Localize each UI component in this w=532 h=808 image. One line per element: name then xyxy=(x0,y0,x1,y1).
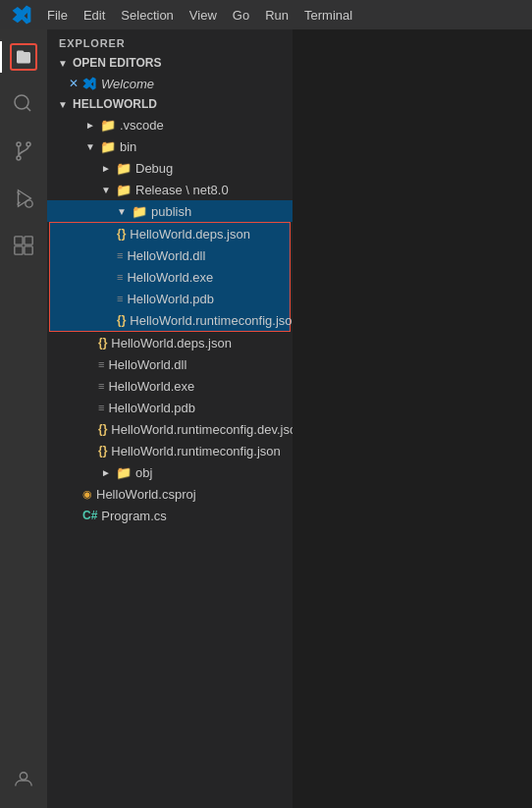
pdb-icon-1: ≡ xyxy=(117,293,123,304)
app-body: EXPLORER ▼ OPEN EDITORS ✕ Welcome ▼ HELL… xyxy=(0,29,532,808)
svg-point-3 xyxy=(26,200,32,207)
obj-chevron: ► xyxy=(98,464,114,480)
folder-obj[interactable]: ► 📁 obj xyxy=(47,461,293,483)
svg-rect-6 xyxy=(15,237,23,244)
bin-chevron: ▼ xyxy=(82,138,98,154)
net8-exe-label: HelloWorld.exe xyxy=(108,379,194,394)
csproj-label: HelloWorld.csproj xyxy=(96,487,196,502)
close-icon[interactable]: ✕ xyxy=(69,77,79,90)
svg-point-10 xyxy=(20,773,27,780)
welcome-label: Welcome xyxy=(101,77,154,91)
folder-debug[interactable]: ► 📁 Debug xyxy=(47,157,293,179)
vscode-chevron: ► xyxy=(82,117,98,133)
helloworld-chevron: ▼ xyxy=(55,96,71,112)
explorer-icon-box xyxy=(10,43,37,71)
file-net8-runtimeconfig[interactable]: {} HelloWorld.runtimeconfig.json xyxy=(47,440,293,461)
folder-icon-debug: 📁 xyxy=(116,161,132,176)
svg-rect-8 xyxy=(15,246,23,254)
publish-children-group: {} HelloWorld.deps.json ≡ HelloWorld.dll… xyxy=(49,222,291,332)
file-net8-pdb[interactable]: ≡ HelloWorld.pdb xyxy=(47,397,293,418)
publish-label: publish xyxy=(151,204,191,219)
folder-publish[interactable]: ▼ 📁 publish xyxy=(47,200,293,222)
pdb-icon-2: ≡ xyxy=(98,402,104,413)
open-editor-welcome[interactable]: ✕ Welcome xyxy=(47,73,293,94)
folder-icon-release: 📁 xyxy=(116,183,132,197)
helloworld-header[interactable]: ▼ HELLOWORLD xyxy=(47,94,293,114)
menu-go[interactable]: Go xyxy=(225,6,257,25)
json-icon-4: {} xyxy=(98,422,107,436)
dll-icon-1: ≡ xyxy=(117,249,123,261)
editor-area xyxy=(293,29,532,808)
svg-rect-9 xyxy=(25,246,32,254)
release-chevron: ▼ xyxy=(98,182,114,197)
folder-icon: 📁 xyxy=(100,118,116,133)
release-label: Release \ net8.0 xyxy=(135,183,229,197)
vscode-icon xyxy=(82,77,96,90)
folder-icon-obj: 📁 xyxy=(116,465,132,480)
file-publish-runtimeconfig[interactable]: {} HelloWorld.runtimeconfig.json xyxy=(50,309,290,331)
file-program-cs[interactable]: C# Program.cs xyxy=(47,505,293,526)
activity-bar xyxy=(0,29,47,808)
folder-bin[interactable]: ▼ 📁 bin xyxy=(47,135,293,157)
open-editors-header[interactable]: ▼ OPEN EDITORS xyxy=(47,53,293,73)
folder-icon-publish: 📁 xyxy=(132,204,147,219)
svg-point-1 xyxy=(27,142,30,146)
json-icon-3: {} xyxy=(98,336,107,350)
exe-icon-1: ≡ xyxy=(117,271,123,283)
file-publish-dll[interactable]: ≡ HelloWorld.dll xyxy=(50,244,290,266)
activity-run-debug[interactable] xyxy=(0,175,47,222)
file-net8-deps-json[interactable]: {} HelloWorld.deps.json xyxy=(47,332,293,353)
csproj-icon: ◉ xyxy=(82,488,92,501)
net8-runtimeconfig-dev-label: HelloWorld.runtimeconfig.dev.json xyxy=(111,422,293,437)
publish-pdb-label: HelloWorld.pdb xyxy=(127,292,214,306)
activity-extensions[interactable] xyxy=(0,222,47,269)
file-csproj[interactable]: ◉ HelloWorld.csproj xyxy=(47,483,293,505)
activity-explorer[interactable] xyxy=(0,33,47,81)
file-publish-deps-json[interactable]: {} HelloWorld.deps.json xyxy=(50,223,290,244)
open-editors-label: OPEN EDITORS xyxy=(73,56,161,70)
file-publish-pdb[interactable]: ≡ HelloWorld.pdb xyxy=(50,288,290,309)
file-publish-exe[interactable]: ≡ HelloWorld.exe xyxy=(50,266,290,288)
svg-point-0 xyxy=(17,142,21,146)
publish-chevron: ▼ xyxy=(114,203,130,219)
svg-point-2 xyxy=(17,156,21,160)
net8-runtimeconfig-label: HelloWorld.runtimeconfig.json xyxy=(111,444,280,458)
net8-pdb-label: HelloWorld.pdb xyxy=(108,401,195,415)
menu-selection[interactable]: Selection xyxy=(113,6,181,25)
cs-icon: C# xyxy=(82,509,97,522)
explorer-title: EXPLORER xyxy=(47,29,293,53)
activity-search[interactable] xyxy=(0,81,47,128)
menu-run[interactable]: Run xyxy=(257,6,296,25)
folder-vscode[interactable]: ► 📁 .vscode xyxy=(47,114,293,135)
publish-dll-label: HelloWorld.dll xyxy=(127,248,205,263)
vscode-logo xyxy=(8,1,35,28)
open-editors-chevron: ▼ xyxy=(55,55,71,71)
file-net8-dll[interactable]: ≡ HelloWorld.dll xyxy=(47,353,293,375)
publish-deps-json-label: HelloWorld.deps.json xyxy=(130,227,250,242)
svg-rect-7 xyxy=(25,237,32,244)
publish-runtimeconfig-label: HelloWorld.runtimeconfig.json xyxy=(130,313,293,328)
json-icon-1: {} xyxy=(117,227,126,241)
file-net8-runtimeconfig-dev[interactable]: {} HelloWorld.runtimeconfig.dev.json xyxy=(47,418,293,440)
dll-icon-2: ≡ xyxy=(98,358,104,370)
publish-exe-label: HelloWorld.exe xyxy=(127,270,213,285)
bin-label: bin xyxy=(120,139,136,154)
sidebar: EXPLORER ▼ OPEN EDITORS ✕ Welcome ▼ HELL… xyxy=(47,29,293,808)
menu-file[interactable]: File xyxy=(39,6,76,25)
net8-deps-json-label: HelloWorld.deps.json xyxy=(111,336,232,350)
vscode-folder-label: .vscode xyxy=(120,118,164,133)
program-cs-label: Program.cs xyxy=(101,509,166,523)
activity-accounts[interactable] xyxy=(0,757,47,804)
menubar: File Edit Selection View Go Run Terminal xyxy=(0,0,532,29)
menu-edit[interactable]: Edit xyxy=(76,6,113,25)
folder-release[interactable]: ▼ 📁 Release \ net8.0 xyxy=(47,179,293,200)
file-net8-exe[interactable]: ≡ HelloWorld.exe xyxy=(47,375,293,397)
obj-label: obj xyxy=(135,465,152,480)
folder-icon-bin: 📁 xyxy=(100,139,116,154)
menu-view[interactable]: View xyxy=(182,6,225,25)
menu-terminal[interactable]: Terminal xyxy=(296,6,360,25)
activity-source-control[interactable] xyxy=(0,128,47,175)
exe-icon-2: ≡ xyxy=(98,380,104,392)
json-icon-2: {} xyxy=(117,313,126,327)
json-icon-5: {} xyxy=(98,444,107,458)
